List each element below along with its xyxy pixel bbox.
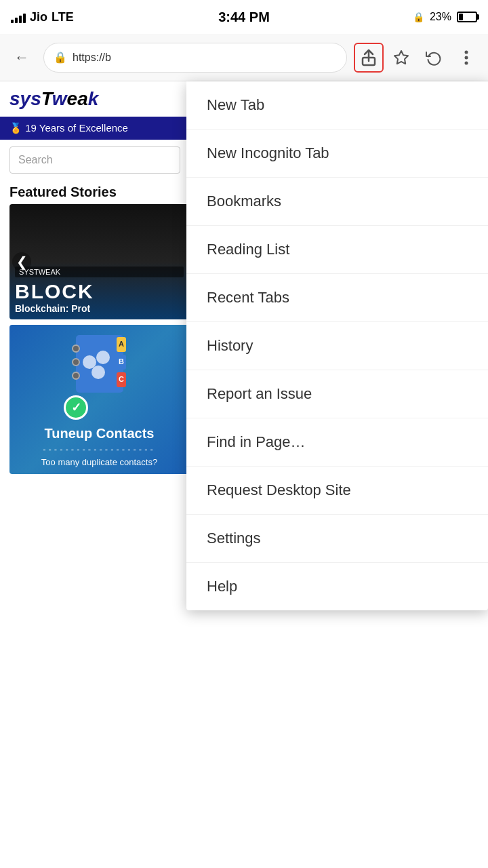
svg-text:A: A bbox=[119, 340, 124, 348]
url-text: https://b bbox=[73, 52, 111, 64]
webpage-background: sysTweak 🏅 19 Years of Excellence Search… bbox=[0, 81, 190, 868]
menu-item-request-desktop-site[interactable]: Request Desktop Site bbox=[186, 467, 488, 515]
svg-point-18 bbox=[92, 366, 105, 379]
signal-bars-icon bbox=[11, 11, 26, 23]
status-right: 🔒 23% bbox=[413, 11, 477, 23]
block-text: BLOCK bbox=[15, 280, 184, 303]
status-time: 3:44 PM bbox=[218, 9, 270, 25]
address-bar[interactable]: 🔒 https://b bbox=[43, 43, 347, 73]
svg-point-5 bbox=[465, 61, 468, 64]
bookmark-button[interactable] bbox=[386, 43, 416, 73]
reload-button[interactable] bbox=[419, 43, 449, 73]
svg-point-4 bbox=[465, 56, 468, 59]
battery-percent: 23% bbox=[430, 11, 451, 23]
article-thumbnail-1: SYSTWEAK BLOCK Blockchain: Prot ❮ bbox=[9, 204, 189, 319]
svg-point-8 bbox=[73, 359, 79, 366]
search-bar[interactable]: Search bbox=[9, 146, 180, 174]
menu-item-recent-tabs[interactable]: Recent Tabs bbox=[186, 274, 488, 322]
menu-item-new-incognito-tab[interactable]: New Incognito Tab bbox=[186, 130, 488, 178]
menu-item-history[interactable]: History bbox=[186, 322, 488, 370]
menu-item-find-in-page[interactable]: Find in Page… bbox=[186, 418, 488, 467]
browser-toolbar: ← 🔒 https://b bbox=[0, 34, 488, 81]
menu-item-help[interactable]: Help bbox=[186, 563, 488, 610]
menu-item-new-tab[interactable]: New Tab bbox=[186, 81, 488, 130]
excellence-badge: 🏅 19 Years of Excellence bbox=[0, 117, 190, 140]
contacts-divider: -------------------- bbox=[43, 444, 156, 454]
svg-point-17 bbox=[96, 351, 110, 364]
article-title: Blockchain: Prot bbox=[15, 303, 184, 314]
article-nav-left-icon[interactable]: ❮ bbox=[12, 252, 31, 271]
systweak-label: SYSTWEAK bbox=[15, 267, 184, 277]
svg-marker-2 bbox=[394, 51, 408, 64]
svg-point-7 bbox=[73, 345, 79, 352]
status-left: Jio LTE bbox=[11, 10, 74, 24]
menu-item-bookmarks[interactable]: Bookmarks bbox=[186, 178, 488, 226]
toolbar-actions bbox=[354, 43, 481, 73]
logo-text-light: sys bbox=[9, 88, 41, 109]
contacts-subtitle: Too many duplicate contacts? bbox=[41, 457, 157, 467]
site-logo: sysTweak bbox=[0, 81, 190, 117]
menu-item-report-issue[interactable]: Report an Issue bbox=[186, 370, 488, 418]
badge-text: 🏅 19 Years of Excellence bbox=[9, 122, 128, 134]
featured-text: Featured Stories bbox=[9, 184, 117, 199]
back-button[interactable]: ← bbox=[7, 43, 37, 73]
network-type-label: LTE bbox=[52, 10, 74, 24]
carrier-label: Jio bbox=[30, 10, 47, 24]
svg-point-3 bbox=[465, 50, 468, 54]
share-button[interactable] bbox=[354, 43, 384, 73]
ssl-lock-icon: 🔒 bbox=[54, 51, 67, 64]
status-bar: Jio LTE 3:44 PM 🔒 23% bbox=[0, 0, 488, 34]
logo-text-bold: Tweak bbox=[41, 88, 99, 109]
more-button[interactable] bbox=[451, 43, 481, 73]
lock-icon: 🔒 bbox=[413, 12, 424, 22]
contacts-title: Tuneup Contacts bbox=[45, 426, 155, 441]
battery-icon bbox=[457, 12, 477, 22]
menu-item-settings[interactable]: Settings bbox=[186, 515, 488, 563]
svg-text:B: B bbox=[119, 357, 124, 366]
article-thumbnail-2: A B C ✓ Tuneup Contacts ----------------… bbox=[9, 325, 189, 474]
search-placeholder: Search bbox=[18, 154, 53, 166]
featured-title: Featured Stories bbox=[0, 180, 190, 204]
svg-text:C: C bbox=[119, 375, 124, 383]
svg-point-9 bbox=[73, 372, 79, 379]
dropdown-menu: New Tab New Incognito Tab Bookmarks Read… bbox=[186, 81, 488, 610]
menu-item-reading-list[interactable]: Reading List bbox=[186, 226, 488, 274]
